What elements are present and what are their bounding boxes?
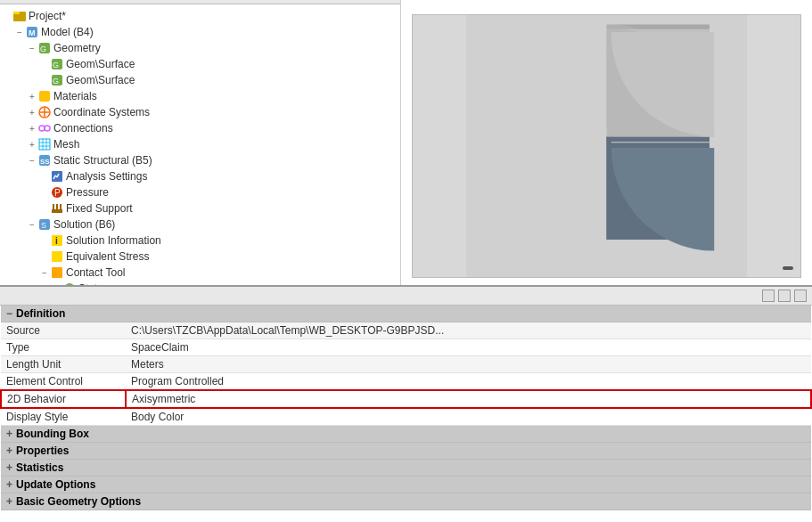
tree-toggle[interactable]: + <box>27 90 37 102</box>
close-icon[interactable] <box>794 290 807 302</box>
tree-label-model: Model (B4) <box>41 26 94 38</box>
tree-icon-contact-tool <box>50 265 64 280</box>
tree-icon-model: M <box>25 25 39 39</box>
section-toggle[interactable]: − <box>6 307 12 320</box>
tree-label-materials: Materials <box>53 90 97 102</box>
tree-item-fixed[interactable]: Fixed Support <box>0 200 400 216</box>
tree-item-materials[interactable]: +Materials <box>0 88 400 104</box>
geometry-viewport[interactable] <box>412 14 801 278</box>
svg-rect-39 <box>52 267 62 278</box>
tree-item-connections[interactable]: +Connections <box>0 120 400 136</box>
property-name: Display Style <box>1 408 126 426</box>
tree-icon-analysis <box>50 169 64 184</box>
details-controls <box>762 290 807 302</box>
data-row: SourceC:\Users\TZCB\AppData\Local\Temp\W… <box>1 322 811 339</box>
section-toggle[interactable]: + <box>6 428 12 440</box>
section-row-bounding-box[interactable]: +Bounding Box <box>1 426 811 443</box>
tree-icon-fixed <box>50 201 64 216</box>
tree-label-geometry: Geometry <box>53 42 101 54</box>
tree-item-sol-info[interactable]: iSolution Information <box>0 232 400 249</box>
tree-item-coord[interactable]: +Coordinate Systems <box>0 104 400 120</box>
tree-label-pressure: Pressure <box>66 186 109 199</box>
tree-label-coord: Coordinate Systems <box>53 106 150 118</box>
tree-toggle[interactable]: − <box>27 42 37 54</box>
tree-label-geom-surface1: Geom\Surface <box>66 58 135 70</box>
property-value: C:\Users\TZCB\AppData\Local\Temp\WB_DESK… <box>126 322 811 339</box>
tree-toggle[interactable]: − <box>14 26 25 38</box>
tree-item-equiv-stress[interactable]: Equivalent Stress <box>0 249 400 265</box>
tree-item-geom-surface2[interactable]: GGeom\Surface <box>0 72 400 88</box>
tree-label-fixed: Fixed Support <box>66 202 133 215</box>
property-value: Meters <box>126 356 811 373</box>
svg-rect-10 <box>39 91 50 102</box>
svg-text:S: S <box>41 221 46 230</box>
watermark <box>783 266 793 270</box>
section-row-basic-geo[interactable]: +Basic Geometry Options <box>1 493 811 510</box>
details-table[interactable]: −DefinitionSourceC:\Users\TZCB\AppData\L… <box>0 306 812 522</box>
svg-text:G: G <box>53 77 59 86</box>
section-row-update-options[interactable]: +Update Options <box>1 477 811 493</box>
section-toggle[interactable]: + <box>6 495 12 508</box>
tree-item-model[interactable]: −MModel (B4) <box>0 24 400 40</box>
svg-rect-17 <box>39 139 50 150</box>
section-label: +Update Options <box>1 477 811 493</box>
expand-icon[interactable] <box>762 290 775 302</box>
section-toggle[interactable]: + <box>6 445 12 457</box>
svg-point-15 <box>45 126 50 131</box>
tree-item-analysis[interactable]: Analysis Settings <box>0 168 400 184</box>
svg-text:M: M <box>29 29 36 37</box>
section-label: +Basic Geometry Options <box>1 493 811 510</box>
property-value: SpaceClaim <box>126 339 811 356</box>
svg-text:G: G <box>53 61 59 69</box>
tree-toggle[interactable]: − <box>27 218 37 231</box>
tree-item-geom-surface1[interactable]: GGeom\Surface <box>0 56 400 72</box>
tree-icon-geometry: G <box>37 41 52 55</box>
tree-toggle[interactable]: + <box>27 122 37 135</box>
tree-icon-solution: S <box>37 217 52 232</box>
tree-label-static: Static Structural (B5) <box>53 154 152 167</box>
tree-item-static[interactable]: −SSStatic Structural (B5) <box>0 152 400 168</box>
tree-item-contact-tool[interactable]: −Contact Tool <box>0 265 400 281</box>
details-header <box>0 287 812 306</box>
tree-label-project: Project* <box>29 10 66 22</box>
tree-item-mesh[interactable]: +Mesh <box>0 136 400 152</box>
tree-item-geometry[interactable]: −GGeometry <box>0 40 400 56</box>
section-row-properties[interactable]: +Properties <box>1 443 811 460</box>
tree-label-connections: Connections <box>53 122 113 135</box>
section-toggle[interactable]: + <box>6 478 12 491</box>
tree-item-project[interactable]: Project* <box>0 8 400 24</box>
svg-text:G: G <box>40 45 46 53</box>
tree-label-contact-tool: Contact Tool <box>66 266 126 279</box>
section-toggle[interactable]: + <box>6 461 12 474</box>
tree-label-sol-info: Solution Information <box>66 234 161 247</box>
property-value: Axisymmetric <box>126 390 811 408</box>
data-row: TypeSpaceClaim <box>1 339 811 356</box>
data-row: Length UnitMeters <box>1 356 811 373</box>
section-row-statistics[interactable]: +Statistics <box>1 460 811 477</box>
property-name: 2D Behavior <box>1 390 126 408</box>
property-name: Source <box>1 322 126 339</box>
tree-item-solution[interactable]: −SSolution (B6) <box>0 216 400 232</box>
tree-toggle[interactable]: − <box>27 154 37 167</box>
property-table: −DefinitionSourceC:\Users\TZCB\AppData\L… <box>0 306 812 510</box>
geometry-panel <box>401 0 812 285</box>
tree-icon-pressure: P <box>50 185 64 200</box>
tree-toggle[interactable]: + <box>27 138 37 151</box>
property-value: Program Controlled <box>126 373 811 391</box>
data-row: Display StyleBody Color <box>1 408 811 426</box>
section-label: +Bounding Box <box>1 426 811 443</box>
tree-item-pressure[interactable]: PPressure <box>0 184 400 200</box>
data-row: Element ControlProgram Controlled <box>1 373 811 391</box>
tree-label-analysis: Analysis Settings <box>66 170 147 183</box>
tree-icon-static: SS <box>37 153 52 167</box>
section-label: +Statistics <box>1 460 811 477</box>
svg-text:P: P <box>54 188 61 198</box>
tree-icon-materials <box>37 89 52 103</box>
tree-toggle[interactable]: + <box>27 106 37 118</box>
svg-rect-38 <box>52 251 62 262</box>
tree-toggle[interactable]: − <box>39 266 50 279</box>
section-row-definition[interactable]: −Definition <box>1 306 811 322</box>
tree-icon-coord <box>37 105 52 119</box>
pin-icon[interactable] <box>778 290 791 302</box>
tree-content[interactable]: Project*−MModel (B4)−GGeometryGGeom\Surf… <box>0 4 400 285</box>
